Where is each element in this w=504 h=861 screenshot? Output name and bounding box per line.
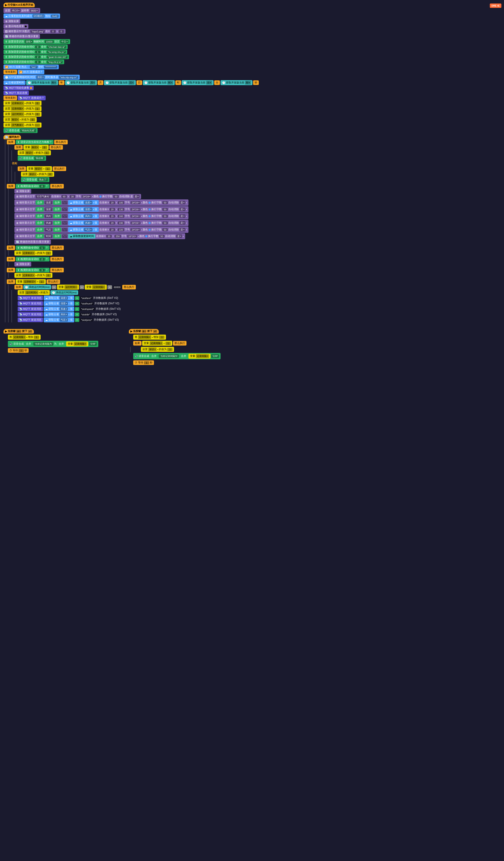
voice-setting-block[interactable]: 🎙 设置语音识别 连续 唤醒时间 10000 语言 中文 — [3, 39, 70, 44]
voice-cmd3-cmd-val[interactable]: "ting zhi ji lu" — [47, 60, 63, 64]
voice-cmd1-id[interactable]: 1 — [35, 51, 40, 54]
if2-disp4-str2[interactable]: '：' — [62, 214, 67, 218]
get-sec-block[interactable]: 🕐 获取开发版当前 秒 — [220, 80, 253, 85]
set-var2-dropdown[interactable]: 记录间隔 — [11, 107, 24, 110]
ntp-server-input[interactable]: "edu.ntp.org.cn" — [59, 76, 78, 79]
mqtt-temp-sensor-dropdown[interactable]: 温度 — [59, 296, 68, 300]
if2-disp5-str2[interactable]: '：' — [62, 221, 67, 225]
set-var4-block[interactable]: 设置 标识 • 的值为 0 — [3, 117, 37, 122]
key-a-str1[interactable]: '当前记录间隔为' — [33, 342, 53, 346]
voice-cmd1-cmd-val[interactable]: "fa song shu ju" — [47, 51, 66, 54]
set-var1-val[interactable]: 0 — [35, 102, 40, 105]
if6-outer-cond-block[interactable]: 变量 记录标识 = 1 — [16, 279, 46, 284]
key-6-set-dropdown[interactable]: 标识 — [148, 347, 156, 351]
get-hour-block[interactable]: 🕐 获取开发版当前 时 — [143, 80, 175, 85]
if2-disp5-font-dropdown[interactable]: 24*24 — [131, 221, 140, 224]
if1b-block[interactable]: 加果 — [18, 166, 26, 171]
if2-update-block[interactable]: 🔄 将储存内容显示/显示更新 — [14, 240, 51, 244]
mqtt-humi-sensor-dropdown[interactable]: 湿度 — [59, 302, 68, 305]
if2-disp2-temp-block[interactable]: ☁ 获取云雀 温度 • 值 — [68, 200, 99, 205]
if2-disp6-concat2[interactable]: 合并 — [53, 227, 62, 232]
set-tag0-dropdown[interactable]: 标识 — [28, 172, 37, 176]
key-a-hat-block[interactable]: ▶ 当按键 A 按下 • — [3, 329, 34, 333]
if2-disp4-concat1[interactable]: 合并 — [36, 214, 44, 218]
if2-disp3-block[interactable]: 🖥 储存显示文字 合并 '湿度' 合并 '：' ☁ 获取云雀 湿度 • 值 在坐… — [14, 206, 189, 213]
if5-set-val[interactable]: 0 — [46, 274, 51, 277]
if2-disp6-pres-block[interactable]: ☁ 获取云雀 气压 • 值 — [68, 227, 99, 232]
if2-disp2-wrap-val[interactable]: 50 — [162, 201, 168, 204]
key-6-hat-block[interactable]: ▶ 当按键 6 按下 • — [129, 329, 159, 333]
mqtt-send-pres-block[interactable]: 📡 MQTT 发送消息 — [18, 317, 43, 322]
tf-image-x-val[interactable]: 0 — [51, 30, 56, 33]
voice-cmd2-id[interactable]: 2 — [35, 55, 40, 58]
wait-mqtt-block[interactable]: 等待直到 — [3, 96, 17, 100]
if2-disp7-wrap-val[interactable]: 50 — [159, 235, 164, 238]
if1a-cond-block[interactable]: 变量 标识 = 0 — [23, 145, 49, 150]
set-var5-val[interactable]: ... — [35, 124, 40, 127]
if5-cond-block[interactable]: 🎙 检测到命令词ID 3 ？ — [16, 268, 50, 272]
if2-disp2-color-dot[interactable] — [149, 202, 151, 204]
key-a-incr-var-dropdown[interactable]: 记录间隔 — [13, 335, 26, 339]
key-a-concat1[interactable]: 合并 — [25, 342, 33, 346]
voice-cmd2-block[interactable]: 🎙 添加语音识别命令词ID 2 命令 "guan bi xian shi" — [3, 55, 69, 59]
if2-disp7-is-dropdown[interactable]: 是 — [176, 234, 182, 238]
set-tag0-val[interactable]: 0 — [47, 173, 53, 176]
clear-screen-block[interactable]: 🖥 清除全屏 — [3, 19, 20, 24]
if6-outer-block[interactable]: 如果 — [7, 279, 15, 284]
if1b-cond-block[interactable]: 变量 标识 = 1 — [27, 166, 52, 171]
key-a-dropdown[interactable]: A — [16, 330, 22, 333]
yunque-init-block[interactable]: ☁ 云雀初始化直到成功 I2C模式 地址 0x42 — [3, 14, 60, 18]
mqtt-send-humi-topic[interactable]: *siot/humi* — [80, 302, 94, 305]
if6-set-runtime-block[interactable]: 设置 运行时间 • 的值为 — [18, 290, 50, 295]
mqtt-send-speed-topic[interactable]: *siot/speed* — [80, 308, 95, 311]
ntp-block[interactable]: 🕐 NTP设置网络时间 时区 东区 授时服务器 "edu.ntp.org.cn" — [3, 75, 80, 80]
speech-init-text[interactable]: "初始化完成" — [20, 129, 36, 132]
key-6-if-block[interactable]: 如果 — [133, 341, 141, 345]
set-var4-dropdown[interactable]: 标识 — [11, 118, 19, 121]
set-tag1-dropdown[interactable]: 标识 — [25, 151, 33, 155]
voice-cmd1-block[interactable]: 🎙 添加语音识别命令词ID 1 命令 "fa song shu ju" — [3, 50, 67, 54]
voice-mode-dropdown[interactable]: 连续 — [25, 40, 33, 43]
set-var1-dropdown[interactable]: 记录标识 — [11, 101, 24, 105]
speech1-block[interactable]: 🔊 语音合成 '我在哦' — [18, 156, 46, 161]
if2-disp4-color-dot[interactable] — [149, 215, 151, 217]
wait-wifi-block[interactable]: 等待直到 — [3, 70, 17, 74]
set-var3-dropdown[interactable]: 运行时间 — [11, 112, 24, 116]
if2-disp7-time-block[interactable]: ☁ 获取数据更新时间 — [68, 234, 95, 238]
mqtt-send-temp-topic[interactable]: *siot/tem* — [80, 297, 92, 300]
if2-disp1-color-dot[interactable] — [99, 195, 101, 198]
if4-clear-block[interactable]: 🖥 清除全屏 — [14, 262, 31, 266]
if2-disp4-str1[interactable]: '风向' — [44, 214, 52, 218]
if2-disp7-font-dropdown[interactable]: 16*16 — [127, 235, 137, 238]
if2-disp3-humi-dropdown[interactable]: 湿度 — [84, 207, 92, 211]
if2-disp3-font-dropdown[interactable]: 24*24 — [131, 208, 140, 211]
if2-disp4-block[interactable]: 🖥 储存显示文字 合并 '风向' 合并 '：' ☁ 获取云雀 风向 • 值 在坐… — [14, 213, 189, 219]
if6-var-interval-block[interactable]: 变量 记录间隔 — [85, 285, 107, 290]
main-hat-block[interactable]: ▶ 行空板K10主程序开始 — [3, 3, 35, 7]
min-dropdown[interactable]: 分 — [206, 81, 212, 84]
speech2-text[interactable]: '我走了' — [38, 178, 48, 181]
if2-disp6-font-dropdown[interactable]: 24*24 — [131, 228, 140, 231]
if1-block[interactable]: 如果 — [7, 140, 15, 145]
key-6-str2[interactable]: '分钟' — [211, 354, 219, 358]
if3-id[interactable]: 1 — [40, 246, 45, 249]
if2-disp4-x[interactable]: 20 — [110, 215, 115, 218]
key-6-dropdown[interactable]: 6 — [141, 330, 146, 333]
if2-disp6-wrap-val[interactable]: 50 — [162, 228, 168, 231]
mqtt-temp-sensor-block[interactable]: ☁ 获取云雀 温度 • 值 — [44, 296, 74, 301]
if2-disp3-wrap-val[interactable]: 50 — [162, 208, 168, 211]
mqtt-humi-sensor-block[interactable]: ☁ 获取云雀 湿度 • 值 — [44, 301, 74, 306]
if2-disp1-wrap-val[interactable]: 50 — [113, 195, 119, 198]
if5-set-dropdown[interactable]: 记录标识 — [22, 273, 35, 277]
loop-block[interactable]: 🔄 循环执行 — [3, 135, 21, 139]
if2-disp5-concat2[interactable]: 合并 — [53, 221, 62, 225]
voice-timeout-val[interactable]: 10000 — [45, 40, 54, 43]
hour-dropdown[interactable]: 时 — [167, 81, 173, 84]
mqtt-send-dir-block[interactable]: 📡 MQTT 发送消息 — [18, 312, 43, 317]
if2-disp2-x[interactable]: 20 — [110, 201, 115, 204]
if2-disp2-block[interactable]: 🖥 储存显示文字 合并 '温度' 合并 '：' ☁ 获取云雀 温度 • — [14, 200, 189, 206]
wifi-pwd-input[interactable]: "**********" — [44, 66, 57, 69]
if2-disp7-block[interactable]: 🖥 储存显示文字 合并 '时间' 合并 '：' ☁ 获取数据更新时间 在坐标X … — [14, 233, 185, 239]
mqtt-speed-sensor-dropdown[interactable]: 风速 — [59, 307, 68, 311]
if2-disp6-y[interactable]: 220 — [118, 228, 124, 231]
